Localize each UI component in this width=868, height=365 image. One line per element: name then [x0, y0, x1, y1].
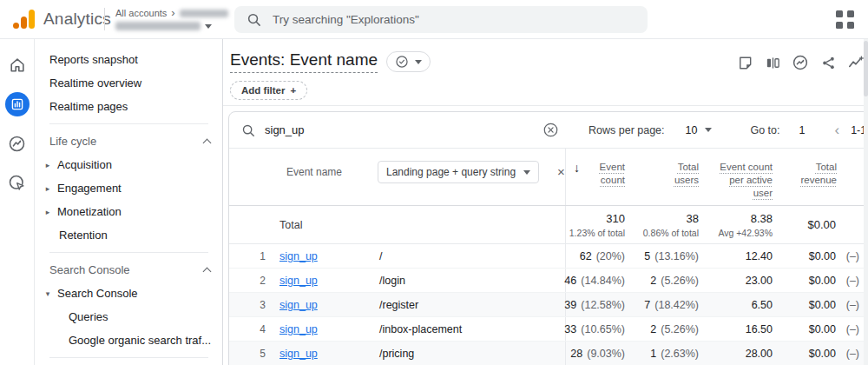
vertical-scrollbar[interactable] [864, 39, 868, 365]
total-event-count-pct: 1.23% of total [569, 228, 625, 238]
table-body: 1 sign_up / 62(20%) 5(13.16%) 12.40 $0.0… [229, 244, 868, 365]
nav-divider [49, 123, 208, 124]
brand-title: Analytics [43, 10, 111, 29]
insights-sparkline-icon[interactable] [846, 53, 865, 72]
global-search-bar[interactable] [234, 6, 648, 33]
topbar-divider [104, 8, 105, 30]
nav-item-retention[interactable]: Retention [36, 223, 222, 247]
expand-right-icon[interactable]: ▸ [43, 161, 52, 169]
event-link[interactable]: sign_up [279, 299, 318, 311]
account-caret-down-icon [205, 24, 212, 29]
redacted-account-name [180, 10, 228, 17]
table-row: 4 sign_up /inbox-placement 33(10.65%) 2(… [229, 317, 868, 342]
share-icon[interactable] [819, 53, 838, 72]
landing-page-value: / [379, 250, 565, 262]
event-link[interactable]: sign_up [279, 323, 318, 335]
expand-right-icon[interactable]: ▸ [43, 184, 52, 193]
sort-descending-icon[interactable]: ↓ [574, 161, 580, 175]
nav-item-realtime-overview[interactable]: Realtime overview [36, 71, 222, 95]
row-index: 3 [229, 299, 279, 311]
table-row: 5 sign_up /pricing 28(9.03%) 1(2.63%) 28… [229, 342, 868, 365]
google-analytics-icon [12, 9, 36, 30]
report-status-pill[interactable] [386, 51, 431, 72]
goto-label: Go to: [750, 124, 779, 136]
report-main: Events: Event name Add filter + [223, 39, 868, 365]
clear-search-icon[interactable] [542, 122, 559, 138]
advertising-icon[interactable] [5, 170, 30, 195]
goto-page-value[interactable]: 1 [799, 124, 806, 136]
check-circle-icon [395, 55, 409, 69]
table-total-row: Total 310 1.23% of total 38 0.86% of tot… [229, 206, 868, 244]
expand-right-icon[interactable]: ▸ [43, 208, 52, 216]
total-revenue: $0.00 [807, 218, 836, 231]
table-row: 2 sign_up /login 46(14.84%) 2(5.26%) 23.… [229, 269, 868, 293]
event-link[interactable]: sign_up [279, 348, 318, 360]
nav-rail [0, 39, 35, 365]
column-header-total-users[interactable]: Total users [666, 161, 699, 187]
table-row: 1 sign_up / 62(20%) 5(13.16%) 12.40 $0.0… [229, 244, 868, 269]
remove-secondary-dimension-icon[interactable]: × [557, 164, 565, 179]
page-title[interactable]: Events: Event name [230, 50, 378, 73]
nav-item-google-organic-search-traffic[interactable]: Google organic search traf... [36, 328, 222, 352]
pagination: Rows per page: 10 Go to: 1 ‹ 1-10 of 32 [589, 124, 868, 136]
breadcrumb: All accounts [115, 8, 167, 18]
nav-section-life-cycle[interactable]: Life cycle [36, 129, 222, 153]
expand-down-icon[interactable]: ▾ [43, 289, 52, 298]
account-switcher[interactable]: All accounts › [115, 8, 228, 30]
caret-down-icon [523, 170, 530, 175]
home-icon[interactable] [5, 53, 30, 77]
rows-per-page-label: Rows per page: [589, 124, 665, 136]
rows-per-page-value[interactable]: 10 [686, 124, 698, 136]
row-index: 2 [229, 275, 279, 287]
nav-item-engagement[interactable]: ▸ Engagement [36, 176, 222, 200]
nav-item-queries[interactable]: Queries [36, 305, 222, 328]
nav-item-monetization[interactable]: ▸ Monetization [36, 200, 222, 223]
breadcrumb-chevron-icon: › [171, 9, 174, 17]
secondary-dimension-select[interactable]: Landing page + query string [378, 161, 539, 183]
add-filter-button[interactable]: Add filter + [230, 81, 307, 100]
global-search-input[interactable] [273, 13, 635, 26]
plus-icon: + [290, 85, 296, 96]
previous-page-icon[interactable]: ‹ [834, 124, 839, 136]
report-header: Events: Event name Add filter + [223, 39, 868, 106]
rows-per-page-caret-icon[interactable] [705, 128, 712, 132]
nav-item-acquisition[interactable]: ▸ Acquisition [36, 153, 222, 176]
table-search-input[interactable] [265, 123, 533, 136]
redacted-property-name [115, 22, 201, 30]
feedback-note-icon[interactable] [735, 53, 754, 72]
search-icon [241, 123, 255, 137]
event-link[interactable]: sign_up [279, 250, 318, 262]
chevron-up-icon [203, 267, 212, 275]
column-header-event-count[interactable]: Event count [590, 161, 625, 187]
nav-section-search-console[interactable]: Search Console [36, 257, 222, 282]
reports-nav: Reports snapshot Realtime overview Realt… [36, 39, 223, 365]
table-search-bar[interactable] [229, 122, 566, 138]
scrollbar-thumb[interactable] [864, 41, 868, 96]
app-top-bar: Analytics All accounts › [0, 0, 868, 39]
nav-item-search-console[interactable]: ▾ Search Console [36, 282, 222, 305]
column-header-event-count-per-active-user[interactable]: Event count per active user [717, 161, 773, 200]
insights-circle-icon[interactable] [791, 53, 810, 72]
total-label: Total [279, 219, 302, 231]
reports-icon[interactable] [5, 92, 30, 116]
row-index: 5 [229, 348, 279, 360]
column-header-total-revenue[interactable]: Total revenue [793, 161, 837, 187]
event-link[interactable]: sign_up [279, 275, 318, 287]
build-comparison-icon[interactable] [763, 53, 782, 72]
landing-page-value: /inbox-placement [379, 323, 565, 335]
landing-page-value: /login [379, 275, 565, 287]
nav-item-realtime-pages[interactable]: Realtime pages [36, 95, 222, 118]
landing-page-value: /register [379, 299, 565, 311]
analytics-logo[interactable]: Analytics [0, 9, 104, 30]
caret-down-icon [415, 60, 422, 64]
nav-item-reports-snapshot[interactable]: Reports snapshot [36, 48, 222, 71]
nav-divider [49, 357, 208, 358]
chevron-up-icon [203, 138, 212, 147]
table-row: 3 sign_up /register 39(12.58%) 7(18.42%)… [229, 293, 868, 317]
column-header-event-name[interactable]: Event name [286, 161, 347, 178]
explore-icon[interactable] [5, 131, 30, 156]
google-apps-grid-icon[interactable] [836, 10, 854, 29]
total-per-active-user: 8.38 [751, 212, 773, 225]
events-table-card: Rows per page: 10 Go to: 1 ‹ 1-10 of 32 … [228, 111, 868, 365]
row-index: 1 [229, 250, 279, 262]
